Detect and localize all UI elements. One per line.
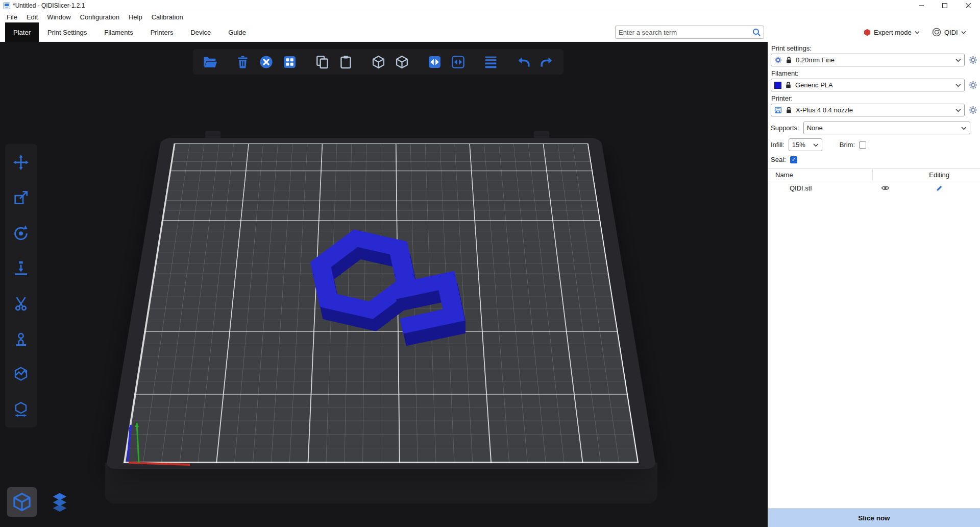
split-parts-icon: [451, 55, 465, 69]
split-objects-button[interactable]: [425, 52, 444, 71]
view-switcher: [7, 487, 75, 517]
3d-viewport[interactable]: [0, 42, 768, 527]
object-list-header: Name Editing: [768, 169, 980, 181]
scale-icon: [13, 189, 29, 206]
column-header-name: Name: [768, 171, 872, 179]
cut-tool-button[interactable]: [10, 292, 32, 315]
sliced-preview-icon: [49, 491, 70, 513]
delete-all-button[interactable]: [256, 52, 276, 71]
measure-icon: [13, 366, 29, 382]
minimize-button[interactable]: [910, 0, 933, 11]
brim-label: Brim:: [840, 141, 855, 149]
menu-edit[interactable]: Edit: [22, 13, 42, 21]
supports-value: None: [807, 124, 958, 132]
arrange-button[interactable]: [280, 52, 299, 71]
menu-help[interactable]: Help: [124, 13, 147, 21]
menu-configuration[interactable]: Configuration: [76, 13, 124, 21]
preview-view-button[interactable]: [45, 487, 75, 517]
filament-gear-button[interactable]: [969, 81, 977, 89]
tab-device[interactable]: Device: [182, 22, 219, 42]
print-settings-label: Print settings:: [771, 44, 977, 52]
qidi-account-icon: [932, 28, 941, 37]
maximize-button[interactable]: [933, 0, 957, 11]
infill-select[interactable]: 15%: [789, 138, 822, 151]
brim-checkbox[interactable]: [859, 141, 866, 149]
place-on-face-tool-button[interactable]: [10, 257, 32, 279]
place-on-face-icon: [13, 260, 29, 276]
editor-view-button[interactable]: [7, 487, 37, 517]
measure-tool-button[interactable]: [10, 363, 32, 385]
expert-mode-selector[interactable]: Expert mode: [864, 22, 920, 42]
move-icon: [13, 154, 29, 171]
seal-checkbox[interactable]: [790, 156, 797, 163]
object-list-row[interactable]: QIDI.stl: [768, 181, 980, 195]
search-box: [615, 26, 764, 39]
redo-button[interactable]: [537, 52, 556, 71]
undo-button[interactable]: [513, 52, 533, 71]
copy-button[interactable]: [312, 52, 332, 71]
profile-gear-icon: [774, 56, 782, 64]
printer-select[interactable]: X-Plus 4 0.4 nozzle: [771, 104, 965, 116]
qidislicer-window: *Untitled - QIDISlicer-1.2.1 File Edit W…: [0, 0, 980, 527]
print-settings-gear-button[interactable]: [969, 56, 977, 64]
delete-button[interactable]: [233, 52, 252, 71]
tab-print-settings[interactable]: Print Settings: [39, 22, 95, 42]
qidi-account-label: QIDI: [944, 29, 958, 36]
add-instance-button[interactable]: [369, 52, 388, 71]
chevron-down-icon: [961, 126, 967, 131]
redo-icon: [540, 55, 554, 69]
slice-now-button[interactable]: Slice now: [768, 509, 980, 527]
undo-icon: [516, 55, 531, 69]
object-editing-icon[interactable]: [936, 184, 943, 192]
printer-gear-button[interactable]: [969, 106, 977, 114]
remove-instance-button[interactable]: [392, 52, 411, 71]
chevron-down-icon: [955, 58, 961, 63]
infill-label: Infill:: [771, 141, 785, 149]
coordinate-axes: [118, 416, 200, 469]
seal-label: Seal:: [771, 156, 786, 163]
variable-layer-height-button[interactable]: [481, 52, 500, 71]
split-parts-button[interactable]: [448, 52, 468, 71]
paste-icon: [338, 55, 353, 69]
rotate-tool-button[interactable]: [10, 222, 32, 244]
lock-icon: [785, 81, 792, 89]
model-qidi-stl[interactable]: [302, 215, 465, 348]
close-button[interactable]: [957, 0, 980, 11]
tab-bar: Plater Print Settings Filaments Printers…: [0, 22, 980, 42]
search-input[interactable]: [619, 29, 752, 36]
filament-value: Generic PLA: [795, 81, 952, 89]
tab-printers[interactable]: Printers: [142, 22, 182, 42]
lock-icon: [785, 56, 793, 64]
mirror-tool-button[interactable]: [10, 398, 32, 420]
layer-height-icon: [483, 55, 498, 69]
filament-select[interactable]: Generic PLA: [771, 79, 965, 91]
visibility-eye-icon[interactable]: [881, 184, 890, 191]
supports-select[interactable]: None: [803, 122, 970, 134]
scale-tool-button[interactable]: [10, 186, 32, 209]
paste-button[interactable]: [336, 52, 355, 71]
menu-calibration[interactable]: Calibration: [147, 13, 188, 21]
tab-filaments[interactable]: Filaments: [95, 22, 141, 42]
settings-sidebar: Print settings: 0.20mm Fine Filament: Ge…: [768, 42, 980, 527]
menu-window[interactable]: Window: [42, 13, 75, 21]
print-settings-select[interactable]: 0.20mm Fine: [771, 54, 965, 66]
menu-file[interactable]: File: [2, 13, 22, 21]
expert-mode-icon: [864, 29, 871, 36]
chevron-down-icon: [955, 108, 961, 113]
expert-mode-label: Expert mode: [874, 29, 912, 36]
delete-all-icon: [259, 55, 274, 69]
tab-guide[interactable]: Guide: [219, 22, 255, 42]
mirror-icon: [13, 401, 29, 417]
add-instance-icon: [371, 55, 386, 69]
search-icon[interactable]: [752, 28, 761, 36]
split-objects-icon: [427, 55, 442, 69]
close-icon: [966, 3, 971, 8]
minimize-icon: [919, 3, 924, 8]
open-file-button[interactable]: [200, 52, 219, 71]
tab-plater[interactable]: Plater: [5, 22, 39, 42]
bed-rear-clip: [534, 131, 549, 138]
move-tool-button[interactable]: [10, 151, 32, 174]
filament-label: Filament:: [771, 69, 977, 77]
seam-painting-tool-button[interactable]: [10, 327, 32, 350]
qidi-account-selector[interactable]: QIDI: [932, 22, 966, 42]
